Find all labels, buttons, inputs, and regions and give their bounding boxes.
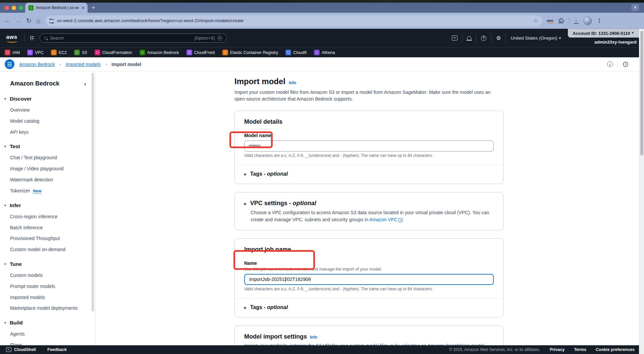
tab-close-icon[interactable]: ✕ (81, 5, 85, 10)
section-caret-icon: ▼ (4, 97, 7, 101)
amazon-vpc-link[interactable]: Amazon VPC (369, 217, 397, 222)
sidebar-item-image-video-playground[interactable]: Image / Video playground (10, 166, 95, 172)
import-job-tags-expander[interactable]: ▶ Tags - optional (244, 304, 494, 317)
breadcrumb-link-imported-models[interactable]: Imported models (66, 62, 101, 67)
page-scrollbar[interactable] (639, 29, 644, 354)
service-shortcut-athena[interactable]: Athena (314, 50, 335, 55)
footer-terms-link[interactable]: Terms (574, 347, 586, 352)
service-shortcut-label: CloudFormation (102, 50, 132, 55)
search-settings-icon[interactable]: ⚙ (217, 36, 222, 41)
forward-button[interactable]: → (15, 17, 21, 24)
sidebar-section-tune[interactable]: ▼Tune (4, 261, 95, 267)
footer-cookie-preferences-link[interactable]: Cookie preferences (596, 347, 635, 352)
sidebar-item-label: Custom model on-demand (10, 247, 65, 252)
footer-privacy-link[interactable]: Privacy (550, 347, 565, 352)
service-shortcut-elastic-container-registry[interactable]: Elastic Container Registry (222, 50, 278, 55)
side-nav-toggle-icon[interactable] (5, 59, 14, 69)
sidebar-item-chat-text-playground[interactable]: Chat / Text playground (10, 155, 95, 161)
sidebar-item-label: API keys (10, 129, 29, 135)
sidebar-item-agents[interactable]: Agents (10, 331, 95, 337)
footer-cloudshell-button[interactable]: >. CloudShell (6, 347, 36, 352)
page-info-icon[interactable]: i (607, 61, 613, 67)
breadcrumb-link-bedrock[interactable]: Amazon Bedrock (19, 62, 55, 67)
new-tab-button[interactable]: + (92, 4, 95, 11)
window-close-button[interactable] (5, 6, 9, 10)
browser-tab[interactable]: Amazon Bedrock | us-west-2 ✕ (25, 3, 88, 13)
sidebar-section-build[interactable]: ▼Build (4, 320, 95, 326)
bookmark-star-icon[interactable]: ☆ (533, 17, 538, 24)
footer-feedback-button[interactable]: Feedback (47, 347, 67, 352)
profile-avatar[interactable] (583, 16, 592, 25)
address-bar[interactable]: us-west-2.console.aws.amazon.com/bedrock… (45, 15, 542, 26)
service-shortcut-vpc[interactable]: VPC (27, 50, 44, 55)
sidebar-item-batch-inference[interactable]: Batch inference (10, 225, 95, 231)
vpc-settings-expander[interactable]: ▶ VPC settings - optional (244, 200, 494, 207)
sidebar-scrollbar[interactable] (92, 73, 94, 311)
sidebar-item-api-keys[interactable]: API keys (10, 129, 95, 135)
expand-caret-icon: ▶ (244, 172, 247, 176)
sidebar-item-prompt-router-models[interactable]: Prompt router models (10, 284, 95, 289)
service-shortcut-iam[interactable]: IAM (5, 50, 20, 55)
settings-gear-icon[interactable]: ⚙ (496, 36, 501, 41)
job-name-input[interactable]: importJob-20251202T182908 (244, 274, 494, 285)
service-shortcut-cloudfront[interactable]: CloudFront (186, 50, 215, 55)
sidebar-item-custom-models[interactable]: Custom models (10, 273, 95, 278)
sidebar-section-discover[interactable]: ▼Discover (4, 96, 95, 102)
back-button[interactable]: ← (4, 17, 10, 24)
services-bar-items: IAMVPCEC2S3CloudFormationAmazon BedrockC… (0, 47, 644, 57)
notifications-bell-icon[interactable] (467, 36, 471, 40)
model-details-tags-expander[interactable]: ▶ Tags - optional (244, 171, 494, 184)
sidebar-nav: ▼DiscoverOverviewModel catalogAPI keys▼T… (10, 96, 95, 346)
site-settings-icon[interactable] (49, 19, 54, 23)
home-button[interactable]: ⌂ (36, 17, 41, 24)
account-id-chip[interactable]: Account ID: 1331-2906-5110 ▼ (568, 29, 639, 38)
extensions-puzzle-icon[interactable] (558, 18, 564, 24)
service-shortcut-ec2[interactable]: EC2 (51, 50, 67, 55)
sidebar-item-model-catalog[interactable]: Model catalog (10, 118, 95, 124)
model-name-hint: Valid characters are a-z, A-Z, 0-9, _ (u… (244, 153, 494, 158)
model-import-settings-info-link[interactable]: Info (310, 335, 317, 340)
console-search-input[interactable]: Search [Option+S] ⚙ (40, 34, 227, 43)
service-shortcut-label: S3 (82, 50, 87, 55)
model-details-title: Model details (244, 118, 494, 125)
sidebar-item-cross-region-inference[interactable]: Cross-region inference (10, 214, 95, 220)
service-shortcut-amazon-bedrock[interactable]: Amazon Bedrock (140, 50, 179, 55)
region-selector[interactable]: United States (Oregon) ▼ (511, 36, 561, 41)
sidebar-section-test[interactable]: ▼Test (4, 143, 95, 150)
browser-menu-kebab-icon[interactable]: ⋮ (597, 18, 602, 23)
window-minimize-button[interactable] (12, 6, 16, 10)
breadcrumb-separator: › (105, 62, 107, 67)
window-zoom-button[interactable] (19, 6, 23, 10)
sidebar-item-marketplace-model-deployments[interactable]: Marketplace model deployments (10, 305, 95, 311)
cloudshell-icon[interactable]: > (452, 36, 458, 41)
reload-button[interactable]: ↻ (26, 17, 32, 24)
new-badge[interactable]: New (33, 189, 42, 193)
services-grid-icon[interactable] (30, 36, 34, 40)
section-caret-icon: ▼ (4, 145, 7, 148)
tab-search-chevron-icon[interactable]: ▼ (631, 4, 639, 11)
model-name-input[interactable]: mimo (244, 140, 494, 152)
downloads-icon[interactable]: ↓ (574, 17, 579, 24)
help-icon[interactable]: ? (481, 36, 486, 41)
history-hexagon-icon[interactable] (623, 61, 629, 67)
service-shortcut-s3[interactable]: S3 (74, 50, 87, 55)
sidebar-section-infer[interactable]: ▼Infer (4, 202, 95, 209)
sidebar-item-tokenizer[interactable]: TokenizerNew (10, 188, 95, 194)
sidebar-item-label: Prompt router models (10, 284, 55, 289)
sidebar-item-imported-models[interactable]: Imported models (10, 295, 95, 300)
page-info-link[interactable]: Info (289, 80, 296, 85)
sidebar-item-provisioned-throughput[interactable]: Provisioned Throughput (10, 236, 95, 241)
aws-logo[interactable]: aws (5, 34, 19, 43)
service-shortcut-cloud9[interactable]: Cloud9 (285, 50, 307, 55)
sidebar-item-overview[interactable]: Overview (10, 107, 95, 113)
page-scrollbar-thumb[interactable] (640, 31, 643, 156)
aws-extension-icon[interactable]: aws (547, 19, 553, 22)
sidebar-title[interactable]: Amazon Bedrock (10, 80, 59, 87)
sidebar-collapse-icon[interactable]: ‹ (84, 80, 86, 87)
service-shortcut-cloudformation[interactable]: CloudFormation (95, 50, 132, 55)
sidebar-item-watermark-detection[interactable]: Watermark detection (10, 177, 95, 183)
sidebar-item-label: Overview (10, 107, 30, 113)
sidebar-item-custom-model-on-demand[interactable]: Custom model on-demand (10, 247, 95, 252)
amazon-bedrock-icon (140, 50, 145, 55)
nav-divider (476, 34, 476, 43)
